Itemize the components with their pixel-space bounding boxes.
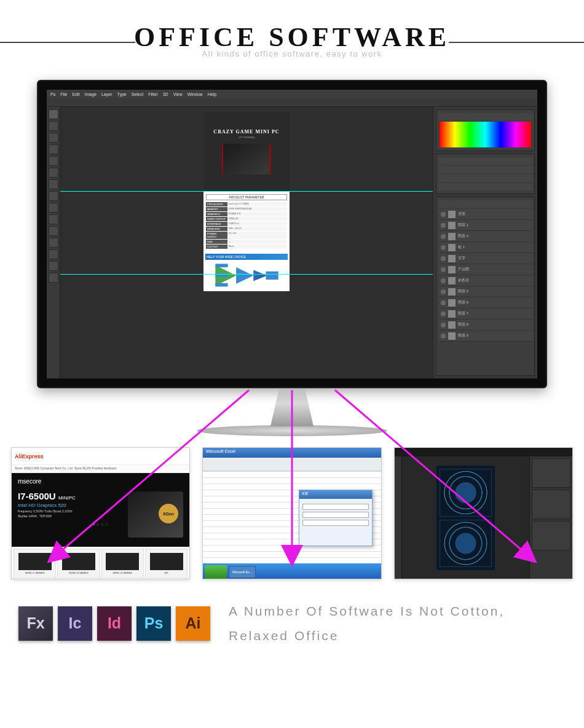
param-label: MEMORY [206, 207, 227, 211]
color-spectrum [440, 122, 531, 147]
layers-panel: 背景图层 1图层 2组 1文字产品图参数表图层 5图层 6图层 7图层 8图层 … [436, 197, 535, 376]
param-label: WIRELESS [206, 227, 227, 231]
svg-rect-5 [215, 283, 227, 287]
doc-hero-sub: [i7-7700HQ] [239, 136, 255, 139]
ai-canvas [402, 456, 529, 579]
svg-rect-6 [266, 272, 278, 280]
monitor-stand-neck [270, 388, 314, 426]
layer-thumb [448, 299, 456, 307]
layer-item: 图层 9 [438, 331, 532, 342]
product-grid: INTEL I7 SERIES INTEL I5 SERIES INTEL I5… [12, 547, 189, 579]
panel-tab [438, 113, 532, 120]
visibility-icon [441, 223, 446, 228]
menu-select: Select [132, 92, 143, 96]
monitor-stand-base [197, 425, 387, 436]
cat-img [18, 553, 52, 570]
param-row: POWER SUPPLYDC 19V [206, 232, 287, 239]
hud-circle-icon [440, 520, 492, 568]
param-row: VIDEO OUTPUTHDMI+DP [206, 217, 287, 221]
hud-circle-icon [440, 469, 492, 517]
menu-help: Help [208, 92, 216, 96]
layer-thumb [448, 255, 456, 262]
msecore-logo: msecore [18, 478, 183, 485]
layer-item: 组 1 [438, 242, 532, 253]
param-value: Intel Core i7-7700HQ [227, 202, 287, 206]
layer-item: 参数表 [438, 275, 532, 286]
menu-file: File [60, 92, 67, 96]
guide-line [60, 191, 433, 192]
menu-edit: Edit [72, 92, 79, 96]
layer-item: 产品图 [438, 264, 532, 275]
param-row: WIRELESSWiFi + BT4.0 [206, 227, 287, 231]
marquee-tool-icon [49, 121, 58, 131]
visibility-icon [441, 267, 446, 272]
visibility-icon [441, 212, 446, 217]
monitor-bezel: Ps File Edit Image Layer Type Select Fil… [37, 80, 547, 388]
model-number: I7-6500U [18, 491, 56, 501]
layer-name: 参数表 [458, 278, 469, 283]
adobe-fx-icon: Fx [18, 606, 53, 641]
visibility-icon [441, 256, 446, 261]
layer-name: 组 1 [458, 245, 465, 250]
layer-name: 图层 8 [458, 322, 468, 327]
move-tool-icon [49, 109, 58, 119]
lasso-tool-icon [49, 133, 58, 143]
param-value: Black [227, 245, 287, 249]
param-row: MEMORYDDR4 8GB/16GB/32GB [206, 207, 287, 211]
layer-thumb [448, 222, 456, 229]
layer-name: 图层 2 [458, 233, 468, 239]
layer-item: 文字 [438, 253, 532, 264]
taskbar-item: Microsoft Ex... [229, 566, 256, 578]
layer-item: 图层 8 [438, 319, 532, 331]
layer-thumb [448, 211, 456, 218]
param-label: POWER SUPPLY [206, 232, 227, 239]
choice-title: HELP YOUR WISE CHOICE [205, 254, 288, 260]
param-label: INTERFACE [206, 222, 227, 226]
dialog-input [302, 504, 369, 510]
doc-choice: HELP YOUR WISE CHOICE [203, 252, 290, 291]
param-row: INTERFACEUSB3.0 x4 [206, 222, 287, 226]
thumb-illustrator [394, 447, 573, 579]
store-info: Store: MSECORE Computer Tech Co., Ltd. S… [12, 465, 189, 473]
hud-artboard [436, 466, 495, 570]
adjust-row [438, 174, 532, 182]
adobe-ai-icon: Ai [176, 606, 210, 641]
ps-canvas: CRAZY GAME MINI PC [i7-7700HQ] PRODUCT P… [60, 107, 433, 378]
param-value: NVIDIA GTX [227, 212, 287, 216]
zoom-tool-icon [49, 273, 58, 283]
aliexpress-logo: AliExpress [15, 453, 44, 460]
ae-header: AliExpress [12, 448, 189, 465]
settings-dialog: 设置 [299, 490, 373, 546]
adobe-id-icon: Id [97, 606, 132, 641]
layer-name: 文字 [458, 256, 465, 261]
category-card: INT [145, 549, 187, 578]
wand-tool-icon [49, 144, 58, 154]
menu-3d: 3D [163, 92, 168, 96]
layer-name: 背景 [458, 211, 465, 217]
visibility-icon [441, 289, 446, 294]
param-value: DDR4 8GB/16GB/32GB [227, 207, 287, 211]
ai-panel [532, 458, 570, 488]
eyedropper-tool-icon [49, 168, 58, 178]
category-card: INTEL I5 SERIES [101, 549, 144, 578]
layer-item: 图层 5 [438, 286, 532, 297]
panel-tab [438, 157, 532, 165]
product-banner: msecore I7-6500U MINIPC Intel HD Graphic… [12, 473, 189, 547]
excel-body: 设置 [203, 471, 381, 563]
visibility-icon [441, 278, 446, 283]
product-render [222, 144, 271, 174]
windows-taskbar: Microsoft Ex... [203, 563, 381, 579]
cat-label: INTEL I5 SERIES [69, 571, 88, 574]
doc-params: PRODUCT PARAMETER PROCESSORIntel Core i7… [203, 192, 290, 252]
param-label: COLOUR [206, 245, 227, 249]
layer-name: 产品图 [458, 267, 469, 272]
excel-titlebar: Microsoft Excel [203, 448, 381, 458]
ps-menubar: Ps File Edit Image Layer Type Select Fil… [47, 90, 537, 98]
layer-name: 图层 6 [458, 300, 468, 305]
param-label: GRAPHICS [206, 212, 227, 216]
visibility-icon [441, 245, 446, 250]
text-tool-icon [49, 238, 58, 248]
param-label: VIDEO OUTPUT [206, 217, 227, 221]
funnel-graphic [205, 262, 288, 289]
menu-filter: Filter [148, 92, 158, 96]
